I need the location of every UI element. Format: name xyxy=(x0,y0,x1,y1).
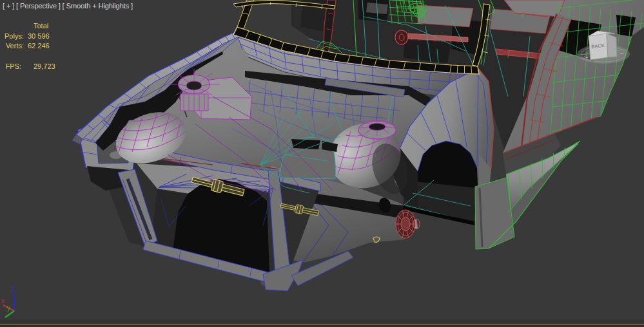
svg-text:[ + ] [ Perspective ] [ Smooth: [ + ] [ Perspective ] [ Smooth + Highlig… xyxy=(3,2,133,10)
svg-text:Verts:: Verts: xyxy=(6,42,24,50)
svg-text:62 246: 62 246 xyxy=(28,42,50,50)
svg-text:y: y xyxy=(7,304,10,312)
svg-text:30 596: 30 596 xyxy=(28,32,50,40)
svg-text:FPS:: FPS: xyxy=(6,62,21,70)
svg-text:29,723: 29,723 xyxy=(34,62,55,70)
svg-text:Z: Z xyxy=(12,286,15,293)
svg-text:x: x xyxy=(1,297,5,304)
svg-text:Total: Total xyxy=(34,22,48,30)
svg-text:Polys:: Polys: xyxy=(5,32,24,40)
